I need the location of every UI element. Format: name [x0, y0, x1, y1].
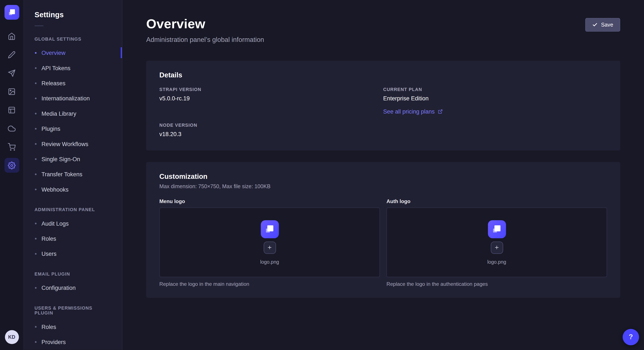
- sidebar-item-label: Releases: [42, 80, 66, 86]
- bullet-icon: [35, 97, 37, 99]
- field-label: NODE VERSION: [159, 123, 383, 128]
- sidebar-item-review-workflows[interactable]: Review Workflows: [24, 136, 122, 151]
- page-header-text: Overview Administration panel’s global i…: [146, 16, 264, 43]
- menu-logo-upload: Menu logo logo.png Replac: [159, 198, 380, 287]
- strapi-version-field: STRAPI VERSION v5.0.0-rc.19: [159, 87, 383, 115]
- sidebar-item-label: Media Library: [42, 110, 76, 117]
- paper-plane-icon[interactable]: [4, 66, 19, 80]
- sidebar-item-releases[interactable]: Releases: [24, 75, 122, 91]
- sidebar-item-label: Users: [42, 250, 57, 257]
- bullet-icon: [35, 128, 37, 130]
- sidebar-item-transfer-tokens[interactable]: Transfer Tokens: [24, 167, 122, 181]
- page-header: Overview Administration panel’s global i…: [146, 0, 620, 43]
- bullet-icon: [35, 143, 37, 145]
- check-icon: [592, 22, 598, 27]
- rail-nav-icons: [4, 29, 19, 173]
- add-menu-logo-button[interactable]: [264, 241, 276, 254]
- bullet-icon: [35, 173, 37, 175]
- bullet-icon: [35, 52, 37, 54]
- sidebar-item-audit-logs[interactable]: Audit Logs: [24, 216, 122, 231]
- administration-panel-list: Audit Logs Roles Users: [24, 216, 122, 261]
- home-icon[interactable]: [4, 29, 19, 43]
- add-auth-logo-button[interactable]: [491, 241, 503, 254]
- marketplace-cart-icon[interactable]: [4, 140, 19, 154]
- auth-logo-label: Auth logo: [386, 198, 607, 204]
- users-permissions-list: Roles Providers: [24, 319, 122, 349]
- sidebar-item-internationalization[interactable]: Internationalization: [24, 91, 122, 106]
- bullet-icon: [35, 341, 37, 343]
- sidebar-item-up-providers[interactable]: Providers: [24, 334, 122, 349]
- sidebar-item-label: Webhooks: [42, 186, 68, 193]
- details-grid: STRAPI VERSION v5.0.0-rc.19 CURRENT PLAN…: [159, 87, 607, 137]
- sidebar-item-api-tokens[interactable]: API Tokens: [24, 60, 122, 75]
- details-card-title: Details: [159, 71, 607, 80]
- bullet-icon: [35, 238, 37, 239]
- plus-icon: [267, 245, 272, 250]
- cloud-icon[interactable]: [4, 121, 19, 136]
- sidebar-item-up-roles[interactable]: Roles: [24, 319, 122, 334]
- bullet-icon: [35, 158, 37, 160]
- bullet-icon: [35, 326, 37, 328]
- menu-logo-label: Menu logo: [159, 198, 380, 204]
- sidebar-item-label: API Tokens: [42, 65, 70, 71]
- field-value: v18.20.3: [159, 131, 383, 137]
- sidebar-item-email-configuration[interactable]: Configuration: [24, 280, 122, 295]
- node-version-field: NODE VERSION v18.20.3: [159, 123, 383, 137]
- customization-card-title: Customization: [159, 173, 607, 181]
- settings-gear-icon[interactable]: [4, 158, 19, 173]
- main-nav-rail: KD: [0, 0, 24, 350]
- section-global-settings: GLOBAL SETTINGS: [34, 37, 112, 41]
- strapi-logo[interactable]: [4, 5, 19, 19]
- save-button[interactable]: Save: [586, 18, 620, 32]
- sidebar-item-label: Audit Logs: [42, 220, 69, 227]
- sidebar-item-label: Transfer Tokens: [42, 171, 82, 177]
- sidebar-item-label: Roles: [42, 235, 56, 242]
- settings-sidebar: Settings GLOBAL SETTINGS Overview API To…: [24, 0, 122, 350]
- sidebar-item-overview[interactable]: Overview: [24, 45, 122, 60]
- strapi-glyph-icon: [7, 8, 16, 17]
- auth-logo-preview: [488, 220, 506, 238]
- sidebar-item-plugins[interactable]: Plugins: [24, 121, 122, 136]
- strapi-glyph-icon: [491, 223, 502, 234]
- global-settings-list: Overview API Tokens Releases Internation…: [24, 45, 122, 197]
- bullet-icon: [35, 82, 37, 84]
- sidebar-item-admin-users[interactable]: Users: [24, 246, 122, 261]
- bullet-icon: [35, 188, 37, 190]
- sidebar-item-label: Configuration: [42, 284, 76, 291]
- page-title: Overview: [146, 16, 264, 31]
- bullet-icon: [35, 113, 37, 114]
- sidebar-item-single-sign-on[interactable]: Single Sign-On: [24, 151, 122, 167]
- pricing-plans-link-label: See all pricing plans: [383, 108, 435, 115]
- external-link-icon: [438, 109, 443, 114]
- logo-uploads: Menu logo logo.png Replac: [159, 198, 607, 287]
- sidebar-item-admin-roles[interactable]: Roles: [24, 231, 122, 246]
- main-content: Overview Administration panel’s global i…: [122, 0, 644, 350]
- menu-logo-dropzone[interactable]: logo.png: [159, 207, 380, 277]
- app-window: KD Settings GLOBAL SETTINGS Overview API…: [0, 0, 644, 350]
- strapi-glyph-icon: [264, 223, 275, 234]
- pricing-plans-link[interactable]: See all pricing plans: [383, 108, 443, 115]
- content-manager-layout-icon[interactable]: [4, 103, 19, 117]
- section-email-plugin: EMAIL PLUGIN: [34, 272, 112, 276]
- sidebar-item-label: Review Workflows: [42, 141, 88, 147]
- field-label: STRAPI VERSION: [159, 87, 383, 92]
- user-avatar[interactable]: KD: [5, 330, 19, 344]
- sidebar-item-label: Single Sign-On: [42, 156, 80, 162]
- section-users-permissions-plugin: USERS & PERMISSIONS PLUGIN: [34, 306, 112, 315]
- sidebar-item-label: Internationalization: [42, 95, 90, 101]
- sidebar-item-media-library[interactable]: Media Library: [24, 106, 122, 121]
- auth-logo-caption: Replace the logo in the authentication p…: [386, 281, 607, 287]
- section-administration-panel: ADMINISTRATION PANEL: [34, 207, 112, 212]
- email-plugin-list: Configuration: [24, 280, 122, 295]
- menu-logo-filename: logo.png: [260, 259, 279, 265]
- auth-logo-upload: Auth logo logo.png Replac: [386, 198, 607, 287]
- auth-logo-dropzone[interactable]: logo.png: [386, 207, 607, 277]
- field-value: Enterprise Edition: [383, 95, 607, 102]
- media-library-images-icon[interactable]: [4, 84, 19, 99]
- bullet-icon: [35, 253, 37, 255]
- sidebar-item-webhooks[interactable]: Webhooks: [24, 181, 122, 197]
- customization-card: Customization Max dimension: 750×750, Ma…: [146, 162, 620, 298]
- help-button[interactable]: ?: [623, 329, 639, 345]
- content-type-builder-pen-icon[interactable]: [4, 47, 19, 62]
- bullet-icon: [35, 287, 37, 289]
